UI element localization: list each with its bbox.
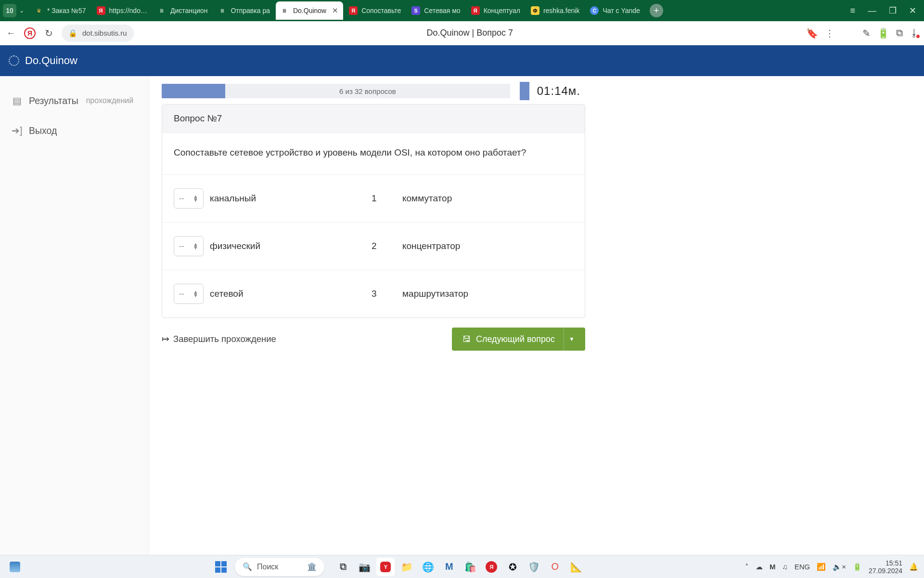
app-opera-icon[interactable]: O bbox=[546, 558, 564, 576]
back-button[interactable]: ← bbox=[5, 27, 17, 39]
document-icon: 🗎 bbox=[158, 6, 167, 15]
select-1[interactable]: --▲▼ bbox=[174, 188, 204, 209]
right-num-2: 2 bbox=[369, 241, 402, 251]
main-area: ▤ Результаты прохождений ➔] Выход 6 из 3… bbox=[0, 76, 924, 555]
tab-1[interactable]: Яhttps://ndo… bbox=[92, 1, 152, 20]
finish-button[interactable]: ↦ Завершить прохождение bbox=[162, 334, 276, 344]
sidebar-results-sub: прохождений bbox=[86, 96, 133, 105]
exit-icon: ↦ bbox=[162, 334, 169, 344]
logout-icon: ➔] bbox=[12, 125, 22, 136]
tab-count-button[interactable]: 10 bbox=[3, 4, 16, 17]
taskview-icon[interactable]: ⧉ bbox=[334, 558, 352, 576]
close-icon[interactable]: ✕ bbox=[332, 6, 338, 15]
yandex-icon: Я bbox=[471, 6, 480, 15]
progress-fill bbox=[162, 84, 225, 98]
question-number: Вопрос №7 bbox=[162, 105, 585, 133]
new-tab-button[interactable]: + bbox=[650, 4, 663, 17]
phi-icon: Φ bbox=[531, 6, 539, 15]
tab-7[interactable]: ЯКонцептуал bbox=[466, 1, 525, 20]
kebab-menu-icon[interactable]: ⋮ bbox=[825, 27, 834, 39]
minimize-icon[interactable]: — bbox=[868, 6, 876, 16]
progress-text: 6 из 32 вопросов bbox=[225, 84, 510, 98]
crown-icon: ♛ bbox=[35, 6, 43, 15]
tray-volume-icon[interactable]: 🔈× bbox=[833, 563, 846, 571]
lock-icon: 🔒 bbox=[68, 29, 77, 38]
tab-5[interactable]: ЯСопоставьте bbox=[344, 1, 406, 20]
tab-0[interactable]: ♛* Заказ №57 bbox=[30, 1, 91, 20]
page-title: Do.Quinow | Вопрос 7 bbox=[141, 28, 799, 38]
app-yandex-icon[interactable]: Y bbox=[376, 558, 395, 576]
app-tool-icon[interactable]: 📐 bbox=[567, 558, 585, 576]
tray-notifications-icon[interactable]: 🔔 bbox=[909, 563, 918, 571]
question-card: Вопрос №7 Сопоставьте сетевое устройство… bbox=[162, 104, 585, 318]
bookmark-icon[interactable]: 🔖 bbox=[806, 27, 818, 39]
save-icon: 🖫 bbox=[462, 334, 471, 344]
extensions-icon[interactable]: ⧉ bbox=[896, 27, 903, 39]
tray-m-icon[interactable]: M bbox=[770, 563, 776, 571]
pen-icon[interactable]: ✎ bbox=[862, 27, 871, 39]
tray-cloud-icon[interactable]: ☁ bbox=[756, 563, 763, 571]
notification-dot-icon bbox=[915, 34, 921, 39]
app-star-icon[interactable]: ✪ bbox=[503, 558, 522, 576]
downloads-icon[interactable]: ⭳ bbox=[910, 27, 919, 39]
search-placeholder: Поиск bbox=[257, 563, 278, 571]
left-label-1: канальный bbox=[210, 193, 369, 204]
tab-9[interactable]: CЧат с Yande bbox=[585, 1, 644, 20]
caret-down-icon: ▼ bbox=[569, 336, 575, 342]
search-visual-icon: 🏛️ bbox=[307, 562, 317, 571]
address-bar[interactable]: 🔒 dot.sibsutis.ru bbox=[62, 25, 134, 42]
battery-icon: 🔋 bbox=[877, 27, 889, 39]
tray-equalizer-icon[interactable]: ♫ bbox=[782, 563, 787, 571]
system-tray: ˄ ☁ M ♫ ENG 📶 🔈× 🔋 15:51 27.09.2024 🔔 bbox=[745, 559, 918, 575]
search-icon: 🔍 bbox=[243, 562, 252, 571]
document-icon: 🗎 bbox=[281, 6, 289, 15]
timer-block bbox=[520, 82, 529, 100]
browser-tab-strip: 10 ⌄ ♛* Заказ №57 Яhttps://ndo… 🗎Дистанц… bbox=[0, 0, 924, 21]
app-header: Do.Quinow bbox=[0, 45, 924, 76]
tray-clock[interactable]: 15:51 27.09.2024 bbox=[869, 559, 902, 575]
tab-6[interactable]: SСетевая мо bbox=[407, 1, 465, 20]
taskbar-search[interactable]: 🔍 Поиск 🏛️ bbox=[235, 558, 324, 576]
tab-4-active[interactable]: 🗎Do.Quinow✕ bbox=[276, 1, 343, 20]
widgets-icon[interactable] bbox=[6, 558, 24, 576]
left-label-3: сетевой bbox=[210, 289, 369, 299]
tab-2[interactable]: 🗎Дистанцион bbox=[153, 1, 212, 20]
app-edge-icon[interactable]: 🌐 bbox=[419, 558, 437, 576]
app-shield-icon[interactable]: 🛡️ bbox=[525, 558, 543, 576]
app-explorer-icon[interactable]: 📁 bbox=[398, 558, 416, 576]
select-3[interactable]: --▲▼ bbox=[174, 284, 204, 304]
timer: 01:14м. bbox=[532, 84, 585, 98]
app-brand: Do.Quinow bbox=[25, 54, 77, 67]
tray-chevron-icon[interactable]: ˄ bbox=[745, 563, 749, 571]
select-2[interactable]: --▲▼ bbox=[174, 236, 204, 256]
tab-3[interactable]: 🗎Отправка ра bbox=[213, 1, 275, 20]
close-window-icon[interactable]: ✕ bbox=[909, 5, 916, 16]
maximize-icon[interactable]: ❐ bbox=[889, 5, 897, 16]
document-icon: 🗎 bbox=[218, 6, 227, 15]
book-icon: ▤ bbox=[12, 95, 22, 106]
sidebar-item-results[interactable]: ▤ Результаты прохождений bbox=[0, 86, 149, 116]
tray-lang[interactable]: ENG bbox=[795, 563, 810, 571]
tray-battery-icon[interactable]: 🔋 bbox=[853, 563, 862, 571]
tab-dropdown-icon[interactable]: ⌄ bbox=[19, 7, 24, 14]
reload-button[interactable]: ↻ bbox=[42, 27, 55, 39]
start-button[interactable] bbox=[212, 558, 230, 576]
app-ya-red-icon[interactable]: Я bbox=[482, 558, 500, 576]
yandex-icon: Я bbox=[349, 6, 358, 15]
s-icon: S bbox=[411, 6, 420, 15]
tray-wifi-icon[interactable]: 📶 bbox=[817, 563, 826, 571]
sidebar: ▤ Результаты прохождений ➔] Выход bbox=[0, 76, 149, 555]
app-camera-icon[interactable]: 📷 bbox=[355, 558, 373, 576]
sidebar-item-logout[interactable]: ➔] Выход bbox=[0, 116, 149, 145]
next-question-button[interactable]: 🖫 Следующий вопрос ▼ bbox=[452, 328, 585, 351]
question-text: Сопоставьте сетевое устройство и уровень… bbox=[162, 133, 585, 175]
match-row-2: --▲▼ физический 2 концентратор bbox=[162, 223, 585, 270]
yandex-home-button[interactable]: Я bbox=[24, 27, 36, 39]
app-m-icon[interactable]: M bbox=[440, 558, 458, 576]
right-label-3: маршрутизатор bbox=[402, 289, 573, 299]
tab-8[interactable]: Φreshka.fenik bbox=[526, 1, 584, 20]
menu-icon[interactable]: ≡ bbox=[850, 6, 855, 16]
action-row: ↦ Завершить прохождение 🖫 Следующий вопр… bbox=[162, 328, 585, 351]
app-store-icon[interactable]: 🛍️ bbox=[461, 558, 479, 576]
sort-icon: ▲▼ bbox=[193, 243, 198, 250]
